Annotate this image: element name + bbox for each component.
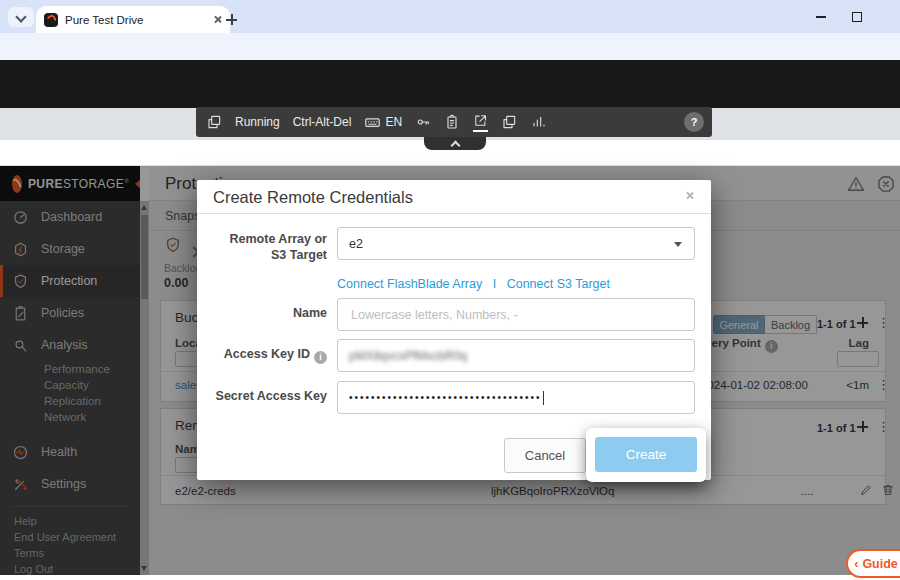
target-label-line2: S3 Target xyxy=(205,248,327,262)
vm-status-label: Running xyxy=(235,115,280,129)
outer-tab-title: Pure Test Drive xyxy=(65,14,206,26)
selected-target-value: e2 xyxy=(349,237,363,251)
window-minimize-button[interactable] xyxy=(816,16,826,18)
outer-toolbar: testdrive.purestorage.com/user/console?i… xyxy=(0,33,900,60)
target-label-line1: Remote Array or xyxy=(205,232,327,246)
display-duplicate-icon[interactable] xyxy=(206,114,222,130)
remote-array-select[interactable]: e2 xyxy=(337,227,695,260)
name-input-wrap xyxy=(337,298,695,331)
toolbar-collapse-tab[interactable] xyxy=(424,137,486,150)
outer-browser-tab[interactable]: Pure Test Drive xyxy=(36,6,230,33)
modal-title: Create Remote Credentials xyxy=(213,188,413,207)
help-button[interactable]: ? xyxy=(684,112,704,132)
outer-tab-strip: Pure Test Drive xyxy=(0,0,900,33)
secret-key-label: Secret Access Key xyxy=(205,389,327,403)
name-input[interactable] xyxy=(349,307,683,323)
console-header: Introduction to ... 03:13 AG xyxy=(0,60,900,108)
connection-signal-icon xyxy=(530,114,546,130)
modal-close-icon[interactable] xyxy=(685,191,697,203)
open-external-icon xyxy=(473,113,488,128)
secret-key-masked-value: ••••••••••••••••••••••••••••••••••• xyxy=(349,392,542,403)
chevron-left-icon: ‹ xyxy=(854,557,858,571)
clipboard-icon[interactable] xyxy=(444,114,460,130)
access-key-value-blurred: pMX8qvcxPfMxcbR0q xyxy=(349,349,467,363)
keyboard-icon xyxy=(364,114,381,131)
info-icon: i xyxy=(314,351,327,364)
tab-close-icon[interactable] xyxy=(213,15,222,24)
ctrl-alt-del-button[interactable]: Ctrl-Alt-Del xyxy=(293,115,352,129)
remote-console-toolbar: Running Ctrl-Alt-Del EN ? xyxy=(196,107,712,137)
help-label: ? xyxy=(691,116,698,128)
windows-icon[interactable] xyxy=(501,114,517,130)
create-button[interactable]: Create xyxy=(595,437,697,472)
pure-favicon xyxy=(44,13,58,27)
text-cursor xyxy=(543,391,544,405)
access-key-label: Access Key IDi xyxy=(205,347,327,364)
keyboard-layout-button[interactable]: EN xyxy=(364,114,402,131)
new-tab-button[interactable] xyxy=(226,14,237,25)
cancel-button[interactable]: Cancel xyxy=(504,438,586,473)
name-label: Name xyxy=(205,306,327,320)
connect-links: Connect FlashBlade Array I Connect S3 Ta… xyxy=(337,277,610,291)
open-external-button[interactable] xyxy=(473,113,488,132)
guide-label: Guide xyxy=(862,557,897,571)
guide-button[interactable]: ‹ Guide xyxy=(846,549,900,578)
keyboard-lang-label: EN xyxy=(385,115,402,129)
screen: Pure Test Drive testdrive.purestorage.co… xyxy=(0,0,900,580)
secret-key-input[interactable]: ••••••••••••••••••••••••••••••••••• xyxy=(337,381,695,414)
create-remote-credentials-modal: Create Remote Credentials Remote Array o… xyxy=(197,180,711,480)
link-separator: I xyxy=(493,277,496,291)
chevron-up-icon xyxy=(450,140,460,150)
window-maximize-button[interactable] xyxy=(852,12,862,22)
access-key-input[interactable]: pMX8qvcxPfMxcbR0q xyxy=(337,339,695,372)
tab-search-button[interactable] xyxy=(8,7,34,27)
connect-s3-link[interactable]: Connect S3 Target xyxy=(507,277,610,291)
chevron-down-icon xyxy=(15,11,26,22)
select-caret-icon xyxy=(674,242,682,247)
connect-flashblade-link[interactable]: Connect FlashBlade Array xyxy=(337,277,482,291)
create-button-highlight: Create xyxy=(586,428,706,482)
credentials-key-icon[interactable] xyxy=(415,114,431,130)
